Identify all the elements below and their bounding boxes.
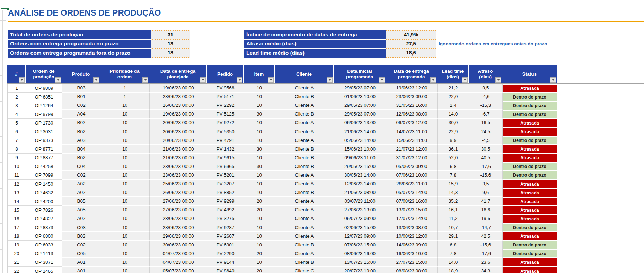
cell: 24,5: [469, 127, 503, 136]
cell: Atrasada: [503, 127, 557, 136]
kpi-row: Ordens com entrega programada no prazo13: [8, 40, 190, 49]
cell: 04/07/23 00:00: [150, 249, 207, 258]
cell: PV 5201: [207, 171, 244, 180]
cell: Atrasada: [503, 154, 557, 162]
kpi-row: Ordens com entrega programada fora do pr…: [8, 49, 190, 58]
cell: PV 2607: [207, 232, 244, 241]
cell: 42,5: [469, 232, 503, 241]
kpi-block-right: Índice de cumprimento de datas de entreg…: [244, 30, 436, 58]
table-row: 8OP 8771B041021/06/23 00:00PV 143230Clie…: [8, 145, 557, 154]
cell: -4,6: [469, 93, 503, 101]
table-row: 7OP 9373A031020/06/23 00:00PV 479110Clie…: [8, 136, 557, 145]
header-label: Ordem de produção: [28, 69, 59, 80]
cell: 09/06/23 11:00: [334, 154, 386, 162]
cell: 29/05/23 15:00: [334, 162, 386, 171]
status-badge: Atrasada: [503, 119, 557, 127]
header-cell: Produto: [62, 65, 100, 83]
cell: 18,9: [438, 267, 469, 273]
filter-dropdown-button[interactable]: [268, 77, 274, 83]
cell: PV 5125: [207, 110, 244, 119]
filter-dropdown-button[interactable]: [19, 77, 25, 83]
cell: 20/06/23 00:00: [150, 136, 207, 145]
selected-cell-outline[interactable]: [1, 0, 8, 9]
kpi-value: 41,9%: [386, 30, 436, 40]
gridline: [0, 223, 2, 224]
cell: 4: [8, 110, 26, 119]
table-row: 20OP 1413C051004/07/23 00:00PV 229020Cli…: [8, 249, 557, 258]
cell: OP 6033: [26, 241, 62, 249]
filter-dropdown-button[interactable]: [379, 77, 385, 83]
cell: 23/06/23 00:00: [150, 171, 207, 180]
kpi-label: Índice de cumprimento de datas de entreg…: [244, 30, 386, 40]
filter-dropdown-button[interactable]: [495, 77, 501, 83]
cell: 7,8: [438, 171, 469, 180]
cell: 10: [100, 249, 150, 258]
cell: -15,6: [469, 171, 503, 180]
cell: 2,4: [438, 101, 469, 110]
header-cell: Atraso (dias): [469, 65, 502, 83]
cell: B05: [62, 197, 100, 206]
cell: 10: [244, 188, 275, 197]
cell: 10: [100, 206, 150, 214]
status-badge: Atrasada: [503, 215, 557, 223]
table-row: 6OP 3031B021020/06/23 00:00PV 535010Clie…: [8, 127, 557, 136]
header-label: Data de entrega programada: [390, 69, 433, 80]
status-badge: Dentro do prazo: [503, 241, 557, 249]
cell: 22: [8, 267, 26, 273]
table-row: 9OP 8877B021021/06/23 00:00PV 961510Clie…: [8, 154, 557, 162]
table-row: 22OP 1465A011005/07/23 00:00PV 864020Cli…: [8, 267, 557, 273]
cell: 10: [244, 171, 275, 180]
cell: 23/06/23 09:00: [386, 93, 438, 101]
cell: 20/06/23 00:00: [150, 119, 207, 127]
cell: B02: [62, 127, 100, 136]
filter-dropdown-button[interactable]: [327, 77, 333, 83]
cell: 10: [244, 258, 275, 267]
cell: Atrasada: [503, 180, 557, 188]
cell: 6,8: [438, 241, 469, 249]
cell: 27/07/23 15:00: [386, 258, 438, 267]
cell: 12/06/23 14:00: [334, 180, 386, 188]
filter-dropdown-button[interactable]: [462, 77, 468, 83]
filter-dropdown-button[interactable]: [550, 77, 556, 83]
kpi-label: Total de ordens de produção: [8, 30, 151, 40]
cell: -14,7: [469, 223, 503, 232]
cell: PV 9566: [207, 84, 244, 93]
table-row: 5OP 1730B021020/06/23 00:00PV 927210Clie…: [8, 119, 557, 127]
filter-dropdown-button[interactable]: [93, 77, 99, 83]
cell: -15,6: [469, 241, 503, 249]
cell: OP 1264: [26, 101, 62, 110]
cell: OP 7826: [26, 206, 62, 214]
cell: 12/06/23 08:00: [386, 110, 438, 119]
cell: 30,0: [438, 119, 469, 127]
cell: 15/06/23 11:00: [386, 136, 438, 145]
cell: 27/06/23 00:00: [150, 206, 207, 214]
cell: 28/06/23 00:00: [150, 223, 207, 232]
filter-dropdown-button[interactable]: [200, 77, 206, 83]
table-row: 15OP 7826A051027/06/23 00:00PV 489220Cli…: [8, 206, 557, 214]
cell: OP 8771: [26, 145, 62, 154]
table-row: 18OP 6800B031029/06/23 00:00PV 260710Cli…: [8, 232, 557, 241]
header-label: Prioridade da ordem: [106, 69, 143, 80]
cell: OP 1465: [26, 267, 62, 273]
cell: Dentro do prazo: [503, 136, 557, 145]
filter-dropdown-button[interactable]: [430, 77, 436, 83]
cell: Dentro do prazo: [503, 241, 557, 249]
kpi-value: 18,6: [386, 48, 436, 58]
filter-dropdown-button[interactable]: [142, 77, 148, 83]
cell: 29/05/23 07:00: [334, 101, 386, 110]
cell: 1: [100, 84, 150, 93]
status-badge: Dentro do prazo: [503, 111, 557, 118]
cell: A03: [62, 136, 100, 145]
gridline: [0, 154, 2, 154]
cell: 6: [8, 127, 26, 136]
cell: 10: [100, 119, 150, 127]
cell: PV 9144: [207, 258, 244, 267]
header-label: Pedido: [217, 71, 233, 77]
filter-dropdown-button[interactable]: [237, 77, 242, 83]
cell: 52,0: [438, 154, 469, 162]
filter-dropdown-button[interactable]: [55, 77, 61, 83]
cell: Dentro do prazo: [503, 93, 557, 101]
table-row: 13OP 4632A021026/06/23 00:00PV 885210Cli…: [8, 188, 557, 197]
cell: OP 6851: [26, 93, 62, 101]
cell: Dentro do prazo: [503, 110, 557, 119]
